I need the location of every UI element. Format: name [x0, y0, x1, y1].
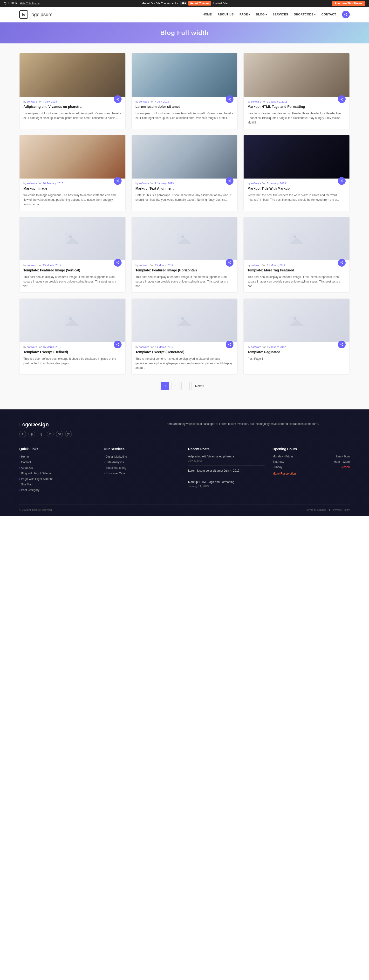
- pagination: 1 2 3 Next >: [19, 375, 350, 400]
- author-link[interactable]: software: [139, 100, 149, 103]
- recent-post-link[interactable]: Lorem ipsum dolor sit amet July 4, 2019: [188, 469, 265, 473]
- copyright-text: © 2019 All Rights Reserved: [19, 508, 52, 511]
- quick-link-sitemap[interactable]: Site Map: [19, 483, 33, 486]
- nav-home[interactable]: HOME: [203, 13, 212, 16]
- author-link[interactable]: software: [139, 182, 149, 185]
- blog-post-title[interactable]: Template: Featured Image (Horizontal): [135, 268, 234, 273]
- quick-link-blog-right[interactable]: Blog With Right Sidebar: [19, 472, 52, 475]
- date-link[interactable]: 4 July, 2019: [155, 100, 169, 103]
- share-button[interactable]: [114, 95, 122, 103]
- date-link[interactable]: 5 January, 2013: [267, 182, 286, 185]
- nav-services[interactable]: SERVICES: [272, 13, 288, 16]
- date-link[interactable]: 10 January, 2013: [43, 182, 63, 185]
- author-link[interactable]: software: [27, 182, 37, 185]
- linkedin-icon[interactable]: in: [47, 431, 54, 438]
- recent-post-link[interactable]: Adipiscing elit. Vivamus eu pharetra: [188, 455, 265, 458]
- share-icon: [228, 343, 231, 346]
- quick-link-category[interactable]: Post Category: [19, 488, 39, 492]
- blog-post-title[interactable]: Template: Excerpt (Generated): [135, 350, 234, 355]
- quick-link-about[interactable]: About Us: [19, 466, 33, 469]
- blog-post-title[interactable]: Template: Featured Image (Vertical): [23, 268, 122, 273]
- blog-post-title[interactable]: Lorem ipsum dolor sit amet: [135, 105, 234, 109]
- blog-post-title[interactable]: Template: Paginated: [247, 350, 346, 355]
- author-link[interactable]: software: [27, 264, 37, 267]
- blog-card: by software / on 14 March, 2012 Template…: [132, 298, 238, 374]
- top-bar-center: Get All Our 30+ Themes at Just $99 Get A…: [40, 1, 332, 6]
- blog-post-excerpt: Headings Header one Header two Header th…: [247, 111, 346, 125]
- blog-post-title[interactable]: Markup: HTML Tags and Formatting: [247, 105, 346, 109]
- nav-social-button[interactable]: [342, 11, 350, 18]
- service-analytics[interactable]: Data Analytics: [104, 461, 124, 464]
- date-link[interactable]: 4 July, 2019: [43, 100, 57, 103]
- share-icon: [116, 179, 119, 183]
- page-next-button[interactable]: Next >: [191, 382, 208, 390]
- page-1-button[interactable]: 1: [161, 382, 169, 390]
- date-link[interactable]: 8 January, 2012: [267, 345, 286, 348]
- author-link[interactable]: software: [251, 345, 261, 348]
- nav-about[interactable]: ABOUT US: [218, 13, 234, 16]
- blog-post-title[interactable]: Template: Excerpt (Defined): [23, 350, 122, 355]
- svg-point-7: [293, 235, 296, 239]
- blog-post-title[interactable]: Markup: Title With Markup: [247, 186, 346, 191]
- pinterest-icon[interactable]: p: [29, 431, 35, 438]
- blog-meta: by software / on 8 January, 2012: [247, 345, 346, 348]
- blog-meta: by software / on 11 January, 2013: [247, 100, 346, 103]
- author-link[interactable]: software: [251, 100, 261, 103]
- purchase-theme-button[interactable]: Purchase This Theme: [332, 1, 365, 6]
- share-button[interactable]: [114, 340, 122, 348]
- nav-shortcode[interactable]: SHORTCODE: [294, 13, 316, 16]
- author-link[interactable]: software: [139, 264, 149, 267]
- policy-separator: |: [329, 508, 330, 511]
- share-button[interactable]: [338, 95, 346, 103]
- blog-card: by software / on 4 July, 2019 Lorem ipsu…: [132, 53, 238, 129]
- blog-post-excerpt: Default This is a paragraph. It should n…: [135, 193, 234, 202]
- date-link[interactable]: 14 March, 2012: [155, 345, 173, 348]
- instagram-icon[interactable]: ig: [38, 431, 45, 438]
- date-link[interactable]: 15 March, 2012: [267, 264, 285, 267]
- author-link[interactable]: software: [251, 182, 261, 185]
- blog-post-title[interactable]: Markup: Image: [23, 186, 122, 191]
- nav-page[interactable]: PAGE: [240, 13, 250, 16]
- terms-link[interactable]: Terms of Service: [306, 508, 326, 511]
- make-reservation-link[interactable]: Make Reservation: [272, 472, 296, 475]
- service-digital[interactable]: Digital Marketing: [104, 455, 127, 458]
- date-link[interactable]: 9 January, 2013: [155, 182, 173, 185]
- hours-closed: Closed: [341, 465, 350, 469]
- nav-blog[interactable]: BLOG: [256, 13, 267, 16]
- date-link[interactable]: 15 March, 2012: [43, 264, 61, 267]
- blog-post-image: [19, 217, 126, 260]
- recent-post-link[interactable]: Markup: HTML Tags and Formatting: [188, 480, 265, 484]
- author-link[interactable]: software: [27, 100, 37, 103]
- share-button[interactable]: [114, 259, 122, 267]
- hours-row: Saturday 9am - 12pm: [272, 460, 350, 463]
- blog-post-title[interactable]: Adipiscing elit. Vivamus eu pharetra: [23, 105, 122, 109]
- quick-link-contact[interactable]: Contact: [19, 461, 31, 464]
- share-button[interactable]: [338, 177, 346, 185]
- quick-link-page-right[interactable]: Page With Right Sidebar: [19, 477, 53, 480]
- recent-posts-title: Recent Posts: [188, 447, 265, 451]
- blog-post-title[interactable]: Template: More Tag Featured: [247, 268, 346, 273]
- author-link[interactable]: software: [27, 345, 37, 348]
- share-icon: [340, 261, 344, 264]
- facebook-icon[interactable]: f: [19, 431, 26, 438]
- share-button[interactable]: [114, 177, 122, 185]
- hide-frame-link[interactable]: Hide This Frame: [20, 2, 40, 5]
- date-link[interactable]: 15 March, 2012: [43, 345, 61, 348]
- get-all-themes-button[interactable]: Get All Themes: [188, 1, 211, 6]
- youtube-icon[interactable]: yt: [65, 431, 72, 438]
- nav-contact[interactable]: CONTACT: [321, 13, 336, 16]
- twitter-icon[interactable]: tw: [56, 431, 63, 438]
- page-3-button[interactable]: 3: [181, 382, 189, 390]
- date-link[interactable]: 15 March, 2012: [155, 264, 173, 267]
- page-2-button[interactable]: 2: [171, 382, 180, 390]
- service-customer[interactable]: Customer Care: [104, 472, 125, 475]
- date-link[interactable]: 11 January, 2013: [267, 100, 287, 103]
- blog-post-image: [19, 299, 126, 342]
- author-link[interactable]: software: [251, 264, 261, 267]
- quick-link-home[interactable]: Home: [19, 455, 29, 458]
- service-email[interactable]: Email Marketing: [104, 466, 126, 469]
- author-link[interactable]: software: [139, 345, 149, 348]
- luzuk-brand: LUZUK: [8, 2, 17, 5]
- blog-post-title[interactable]: Markup: Text Alignment: [135, 186, 234, 191]
- privacy-link[interactable]: Privacy Policy: [333, 508, 350, 511]
